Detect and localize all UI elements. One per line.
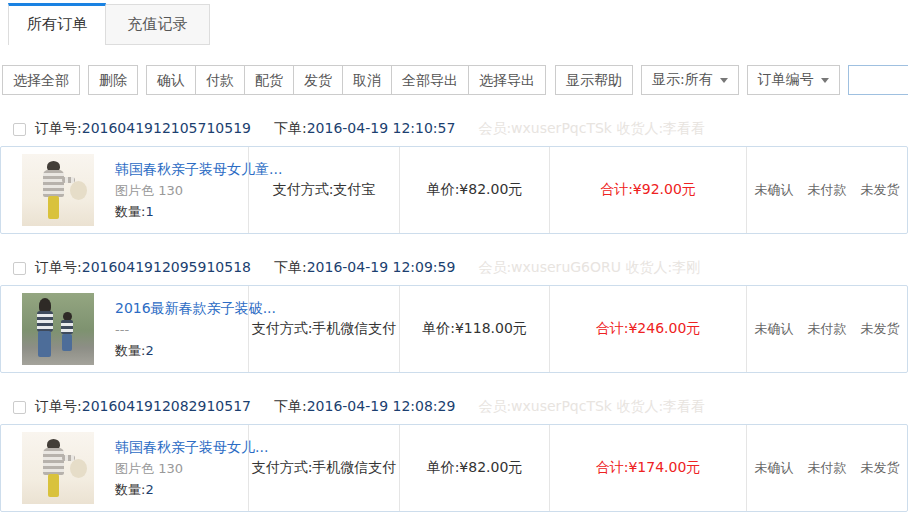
product-cell: 韩国春秋亲子装母女儿童... 图片色 130 数量:1: [1, 147, 248, 233]
product-cell: 韩国春秋亲子装母女儿... 图片色 130 数量:2: [1, 425, 248, 511]
order-number-value: 2016041912082910517: [82, 398, 251, 414]
order-number-value: 2016041912105710519: [82, 120, 251, 136]
placed-label: 下单:: [274, 120, 307, 136]
unit-price: 单价:¥118.00元: [399, 286, 549, 372]
status-unshipped: 未发货: [861, 320, 900, 338]
quantity-label: 数量:: [115, 482, 145, 497]
thumb-shape: [43, 448, 64, 475]
thumb-shape: [62, 177, 75, 183]
member-info: 会员:wxuserPqcTSk 收货人:李看看: [478, 120, 705, 138]
placed-value: 2016-04-19 12:08:29: [307, 398, 456, 414]
search-type-dropdown[interactable]: 订单编号: [747, 65, 840, 95]
order-number-label: 订单号:: [35, 259, 82, 275]
unit-price: 单价:¥82.00元: [399, 425, 549, 511]
display-filter-label: 显示:所有: [652, 71, 713, 89]
order-number-value: 2016041912095910518: [82, 259, 251, 275]
placed-label: 下单:: [274, 259, 307, 275]
select-all-button[interactable]: 选择全部: [2, 65, 80, 95]
order-checkbox[interactable]: [13, 401, 26, 414]
status-cell: 未确认 未付款 未发货: [746, 286, 907, 372]
placed-value: 2016-04-19 12:10:57: [307, 120, 456, 136]
placed-value: 2016-04-19 12:09:59: [307, 259, 456, 275]
order-total: 合计:¥92.00元: [549, 147, 746, 233]
order-number: 订单号:2016041912082910517: [35, 398, 251, 416]
status-unconfirmed: 未确认: [755, 181, 794, 199]
thumb-shape: [61, 320, 73, 334]
order-total: 合计:¥246.00元: [549, 286, 746, 372]
tab-recharge-records[interactable]: 充值记录: [106, 4, 210, 45]
product-title-link[interactable]: 韩国春秋亲子装母女儿...: [115, 440, 268, 454]
thumb-shape: [48, 196, 59, 219]
placed-label: 下单:: [274, 398, 307, 414]
status-unshipped: 未发货: [861, 459, 900, 477]
status-unpaid: 未付款: [808, 320, 847, 338]
product-thumbnail[interactable]: [22, 293, 94, 365]
cancel-button[interactable]: 取消: [342, 65, 392, 95]
status-unpaid: 未付款: [808, 181, 847, 199]
thumb-shape: [37, 311, 53, 332]
order-card: 韩国春秋亲子装母女儿童... 图片色 130 数量:1 支付方式:支付宝 单价:…: [0, 146, 908, 234]
payment-method: 支付方式:手机微信支付: [248, 286, 399, 372]
tab-bar: 所有订单 充值记录: [0, 0, 908, 45]
order-group: 订单号:2016041912095910518 下单:2016-04-19 12…: [0, 251, 908, 373]
toolbar: 选择全部 删除 确认 付款 配货 发货 取消 全部导出 选择导出 显示帮助 显示…: [2, 65, 906, 95]
order-group: 订单号:2016041912105710519 下单:2016-04-19 12…: [0, 112, 908, 234]
order-search-input[interactable]: [848, 65, 908, 95]
pay-button[interactable]: 付款: [195, 65, 245, 95]
unit-price: 单价:¥82.00元: [399, 147, 549, 233]
product-info: 韩国春秋亲子装母女儿... 图片色 130 数量:2: [115, 440, 268, 496]
member-info: 会员:wxuserPqcTSk 收货人:李看看: [478, 398, 705, 416]
toolbar-filters: 显示:所有 订单编号: [641, 65, 908, 95]
order-placed-time: 下单:2016-04-19 12:09:59: [274, 259, 455, 277]
export-all-button[interactable]: 全部导出: [391, 65, 469, 95]
product-thumbnail[interactable]: [22, 154, 94, 226]
order-number-label: 订单号:: [35, 398, 82, 414]
thumb-shape: [62, 334, 72, 351]
allocate-button[interactable]: 配货: [244, 65, 294, 95]
thumb-shape: [70, 181, 87, 200]
caret-down-icon: [821, 78, 829, 83]
status-cell: 未确认 未付款 未发货: [746, 425, 907, 511]
ship-button[interactable]: 发货: [293, 65, 343, 95]
quantity-value: 2: [145, 482, 153, 497]
quantity-value: 1: [145, 204, 153, 219]
show-help-button[interactable]: 显示帮助: [555, 65, 633, 95]
order-checkbox[interactable]: [13, 262, 26, 275]
order-card: 韩国春秋亲子装母女儿... 图片色 130 数量:2 支付方式:手机微信支付 单…: [0, 424, 908, 512]
export-selected-button[interactable]: 选择导出: [468, 65, 546, 95]
thumb-shape: [62, 455, 75, 461]
member-info: 会员:wxuseruG6ORU 收货人:李刚: [478, 259, 700, 277]
quantity-value: 2: [145, 343, 153, 358]
product-thumbnail[interactable]: [22, 432, 94, 504]
caret-down-icon: [720, 78, 728, 83]
thumb-shape: [48, 474, 59, 497]
order-number-label: 订单号:: [35, 120, 82, 136]
status-unshipped: 未发货: [861, 181, 900, 199]
payment-method: 支付方式:支付宝: [248, 147, 399, 233]
order-placed-time: 下单:2016-04-19 12:10:57: [274, 120, 455, 138]
order-group: 订单号:2016041912082910517 下单:2016-04-19 12…: [0, 390, 908, 512]
display-filter-dropdown[interactable]: 显示:所有: [641, 65, 739, 95]
status-unconfirmed: 未确认: [755, 320, 794, 338]
product-cell: 2016最新春款亲子装破... --- 数量:2: [1, 286, 248, 372]
tab-all-orders[interactable]: 所有订单: [8, 3, 106, 45]
payment-method: 支付方式:手机微信支付: [248, 425, 399, 511]
status-cell: 未确认 未付款 未发货: [746, 147, 907, 233]
delete-button[interactable]: 删除: [88, 65, 138, 95]
quantity-label: 数量:: [115, 204, 145, 219]
order-checkbox[interactable]: [13, 123, 26, 136]
order-action-group: 确认 付款 配货 发货 取消 全部导出 选择导出: [146, 65, 546, 95]
quantity-label: 数量:: [115, 343, 145, 358]
status-unconfirmed: 未确认: [755, 459, 794, 477]
confirm-button[interactable]: 确认: [146, 65, 196, 95]
status-unpaid: 未付款: [808, 459, 847, 477]
thumb-shape: [38, 331, 51, 357]
thumb-shape: [70, 459, 87, 478]
order-card: 2016最新春款亲子装破... --- 数量:2 支付方式:手机微信支付 单价:…: [0, 285, 908, 373]
order-placed-time: 下单:2016-04-19 12:08:29: [274, 398, 455, 416]
order-number: 订单号:2016041912105710519: [35, 120, 251, 138]
thumb-shape: [43, 170, 64, 197]
order-header: 订单号:2016041912095910518 下单:2016-04-19 12…: [0, 251, 908, 285]
search-type-label: 订单编号: [758, 71, 814, 89]
order-header: 订单号:2016041912082910517 下单:2016-04-19 12…: [0, 390, 908, 424]
